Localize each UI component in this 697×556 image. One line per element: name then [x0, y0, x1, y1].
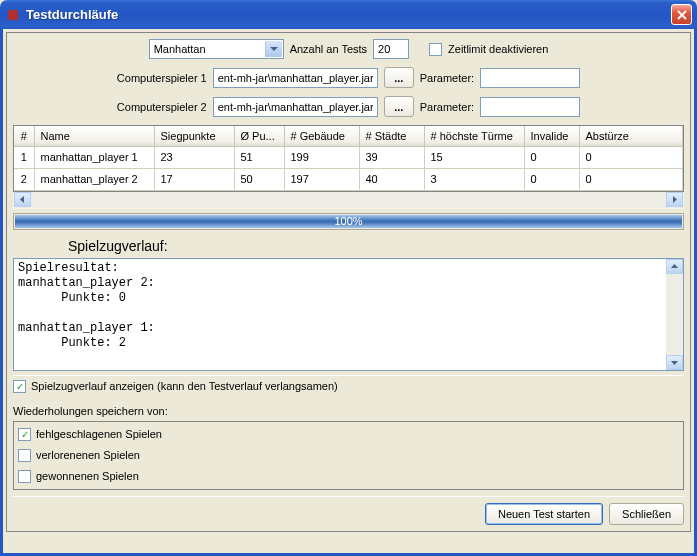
- table-cell: manhattan_player 1: [34, 146, 154, 168]
- table-cell: 23: [154, 146, 234, 168]
- player1-param-input[interactable]: [480, 68, 580, 88]
- player2-param-input[interactable]: [480, 97, 580, 117]
- timelimit-label: Zeitlimit deaktivieren: [448, 43, 548, 55]
- window-title: Testdurchläufe: [26, 7, 671, 22]
- col-crashes[interactable]: Abstürze: [579, 126, 683, 146]
- chevron-down-icon: [270, 47, 278, 51]
- table-header-row: # Name Siegpunkte Ø Pu... # Gebäude # St…: [14, 126, 683, 146]
- scroll-up-icon[interactable]: [666, 259, 683, 274]
- log-section: Spielzugverlauf: Spielresultat: manhatta…: [13, 236, 684, 371]
- player2-browse-button[interactable]: ...: [384, 96, 414, 117]
- app-icon: [5, 7, 21, 23]
- log-vscrollbar[interactable]: [666, 259, 683, 370]
- replay-failed-label: fehlgeschlagenen Spielen: [36, 428, 162, 440]
- titlebar: Testdurchläufe: [0, 0, 697, 29]
- table-cell: 197: [284, 168, 359, 190]
- scroll-left-icon[interactable]: [14, 192, 31, 207]
- col-name[interactable]: Name: [34, 126, 154, 146]
- config-area: Manhattan Anzahl an Tests Zeitlimit deak…: [13, 39, 684, 117]
- player2-param-label: Parameter:: [420, 101, 474, 113]
- table-cell: 50: [234, 168, 284, 190]
- replay-won-row: gewonnenen Spielen: [18, 466, 679, 487]
- table-cell: 0: [579, 146, 683, 168]
- timelimit-checkbox[interactable]: [429, 43, 442, 56]
- col-num[interactable]: #: [14, 126, 34, 146]
- col-winpoints[interactable]: Siegpunkte: [154, 126, 234, 146]
- close-icon[interactable]: [671, 4, 692, 25]
- player1-path-input[interactable]: [213, 68, 378, 88]
- table-row[interactable]: 2manhattan_player 2175019740300: [14, 168, 683, 190]
- table-cell: manhattan_player 2: [34, 168, 154, 190]
- show-log-label: Spielzugverlauf anzeigen (kann den Testv…: [31, 380, 338, 392]
- table-cell: 17: [154, 168, 234, 190]
- bottom-bar: Neuen Test starten Schließen: [13, 496, 684, 525]
- col-towers[interactable]: # höchste Türme: [424, 126, 524, 146]
- table-cell: 3: [424, 168, 524, 190]
- replay-group-label: Wiederholungen speichern von:: [13, 403, 684, 421]
- player1-label: Computerspieler 1: [117, 72, 207, 84]
- table-cell: 1: [14, 146, 34, 168]
- table-row[interactable]: 1manhattan_player 12351199391500: [14, 146, 683, 168]
- replay-lost-checkbox[interactable]: [18, 449, 31, 462]
- main-panel: Manhattan Anzahl an Tests Zeitlimit deak…: [6, 32, 691, 532]
- show-log-row: ✓ Spielzugverlauf anzeigen (kann den Tes…: [13, 375, 684, 397]
- player1-browse-button[interactable]: ...: [384, 67, 414, 88]
- close-button[interactable]: Schließen: [609, 503, 684, 525]
- replay-group: Wiederholungen speichern von: ✓ fehlgesc…: [13, 403, 684, 490]
- scroll-down-icon[interactable]: [666, 355, 683, 370]
- col-buildings[interactable]: # Gebäude: [284, 126, 359, 146]
- progress-bar: 100%: [13, 213, 684, 230]
- table-cell: 199: [284, 146, 359, 168]
- table-cell: 51: [234, 146, 284, 168]
- tests-input[interactable]: [373, 39, 409, 59]
- progress-fill: 100%: [15, 215, 682, 228]
- game-select-value: Manhattan: [154, 43, 206, 55]
- col-invalid[interactable]: Invalide: [524, 126, 579, 146]
- log-heading: Spielzugverlauf:: [13, 236, 684, 258]
- replay-won-label: gewonnenen Spielen: [36, 470, 139, 482]
- col-avg[interactable]: Ø Pu...: [234, 126, 284, 146]
- scroll-right-icon[interactable]: [666, 192, 683, 207]
- table-cell: 15: [424, 146, 524, 168]
- replay-lost-label: verlorenenen Spielen: [36, 449, 140, 461]
- table-cell: 0: [524, 168, 579, 190]
- show-log-checkbox[interactable]: ✓: [13, 380, 26, 393]
- table-hscrollbar[interactable]: [13, 192, 684, 209]
- replay-lost-row: verlorenenen Spielen: [18, 445, 679, 466]
- table-cell: 39: [359, 146, 424, 168]
- log-textarea[interactable]: Spielresultat: manhattan_player 2: Punkt…: [13, 258, 684, 371]
- table-cell: 2: [14, 168, 34, 190]
- replay-failed-checkbox[interactable]: ✓: [18, 428, 31, 441]
- results-table: # Name Siegpunkte Ø Pu... # Gebäude # St…: [13, 125, 684, 192]
- player2-label: Computerspieler 2: [117, 101, 207, 113]
- window-body: Manhattan Anzahl an Tests Zeitlimit deak…: [0, 29, 697, 556]
- tests-label: Anzahl an Tests: [290, 43, 367, 55]
- game-select[interactable]: Manhattan: [149, 39, 284, 59]
- table-cell: 0: [524, 146, 579, 168]
- table-cell: 40: [359, 168, 424, 190]
- replay-failed-row: ✓ fehlgeschlagenen Spielen: [18, 424, 679, 445]
- replay-won-checkbox[interactable]: [18, 470, 31, 483]
- progress-text: 100%: [334, 215, 362, 227]
- player1-param-label: Parameter:: [420, 72, 474, 84]
- table-cell: 0: [579, 168, 683, 190]
- new-test-button[interactable]: Neuen Test starten: [485, 503, 603, 525]
- player2-path-input[interactable]: [213, 97, 378, 117]
- svg-rect-0: [8, 10, 18, 20]
- col-cities[interactable]: # Städte: [359, 126, 424, 146]
